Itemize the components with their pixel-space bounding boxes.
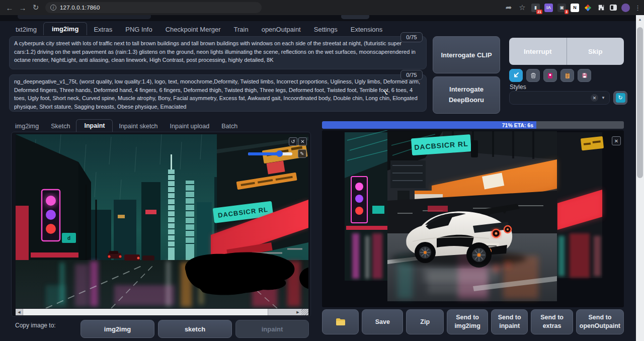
undo-brush-icon[interactable]: ↺ xyxy=(289,137,297,146)
extra-networks-button[interactable] xyxy=(543,69,557,82)
close-preview-icon[interactable]: ✕ xyxy=(612,136,621,145)
interrupt-button[interactable]: Interrupt xyxy=(509,38,567,65)
prompt-input[interactable]: A cyberpunk city street with lots of tra… xyxy=(9,36,427,69)
inpaint-canvas-panel: DACBSICR RL d xyxy=(11,132,311,317)
clear-styles-icon[interactable]: ✕ xyxy=(591,94,598,102)
copy-to-inpaint-button: inpaint xyxy=(235,320,309,338)
extension-icon-2[interactable]: ▣3 xyxy=(557,4,566,12)
scroll-right-icon[interactable]: ▶ xyxy=(294,309,301,315)
copy-to-img2img-button[interactable]: img2img xyxy=(80,320,154,338)
tab-openoutpaint[interactable]: openOutpaint xyxy=(255,24,307,35)
tab-settings[interactable]: Settings xyxy=(307,24,344,35)
tab-extensions[interactable]: Extensions xyxy=(344,24,389,35)
prompt-tool-row xyxy=(509,69,591,82)
page-vertical-scrollbar[interactable]: ▲ xyxy=(636,15,644,341)
forward-icon[interactable]: → xyxy=(16,4,29,12)
refresh-icon: ↻ xyxy=(616,93,625,103)
site-info-icon[interactable]: i xyxy=(50,5,56,11)
send-to-inpaint-button[interactable]: Send to inpaint xyxy=(491,309,528,334)
resize-grip[interactable] xyxy=(301,309,308,315)
reload-icon[interactable]: ↻ xyxy=(29,3,42,12)
img2img-mode-tabs: img2img Sketch Inpaint Inpaint sketch In… xyxy=(9,119,244,132)
clipboard-icon xyxy=(565,72,571,79)
vertical-scrollbar-thumb[interactable] xyxy=(637,27,643,178)
text-cursor: ⌥ xyxy=(383,88,388,98)
subtab-sketch[interactable]: Sketch xyxy=(45,121,76,132)
scrollbar-thumb[interactable] xyxy=(23,309,268,315)
browser-menu-icon[interactable]: ⋮ xyxy=(634,4,641,12)
send-to-extras-button[interactable]: Send to extras xyxy=(531,309,573,334)
clear-image-icon[interactable]: ✕ xyxy=(298,137,307,146)
brush-color-icon[interactable]: ✎ xyxy=(298,149,306,158)
live-preview-image[interactable]: DACBSICR RL xyxy=(322,130,624,307)
tab-png-info[interactable]: PNG Info xyxy=(119,24,158,35)
card-icon xyxy=(547,72,553,79)
tab-txt2img[interactable]: txt2img xyxy=(9,24,43,35)
generation-progress-bar: 71% ETA: 6s xyxy=(322,121,624,129)
refresh-styles-button[interactable]: ↻ xyxy=(613,91,627,105)
subtab-inpaint-sketch[interactable]: Inpaint sketch xyxy=(113,121,164,132)
interrogate-deepbooru-button[interactable]: Interrogate DeepBooru xyxy=(433,76,500,114)
styles-label: Styles xyxy=(510,83,526,91)
subtab-inpaint[interactable]: Inpaint xyxy=(76,119,113,132)
clear-prompt-button[interactable] xyxy=(526,69,540,82)
folder-icon xyxy=(336,318,346,326)
chevron-down-icon[interactable]: ▼ xyxy=(601,96,605,100)
tab-img2img[interactable]: img2img xyxy=(43,22,87,35)
progress-label: 71% ETA: 6s xyxy=(502,122,533,128)
subtab-inpaint-upload[interactable]: Inpaint upload xyxy=(164,121,216,132)
canvas-horizontal-scrollbar[interactable]: ◀ ▶ xyxy=(16,309,308,315)
scroll-up-icon[interactable]: ▲ xyxy=(636,15,644,23)
notion-icon[interactable]: N xyxy=(571,4,579,12)
save-style-button[interactable] xyxy=(578,69,591,82)
inpaint-canvas-image[interactable]: DACBSICR RL d xyxy=(16,134,308,308)
save-button[interactable]: Save xyxy=(362,309,403,334)
output-preview-panel: DACBSICR RL xyxy=(322,130,624,307)
copy-image-label: Copy image to: xyxy=(15,322,56,329)
profile-avatar[interactable] xyxy=(621,4,630,12)
back-icon[interactable]: ← xyxy=(3,4,16,12)
skip-button[interactable]: Skip xyxy=(567,38,624,65)
open-folder-button[interactable] xyxy=(322,309,359,334)
browser-actions: ➦ ☆ ▮21 IA ▣3 N ⋮ xyxy=(504,0,641,15)
browser-toolbar: ← → ↻ i 127.0.0.1:7860 ➦ ☆ ▮21 IA ▣3 N ⋮ xyxy=(0,0,644,15)
styles-dropdown[interactable]: ✕ ▼ xyxy=(509,91,610,105)
tab-checkpoint-merger[interactable]: Checkpoint Merger xyxy=(159,24,227,35)
apply-style-button[interactable] xyxy=(560,69,574,82)
interrogate-clip-button[interactable]: Interrogate CLIP xyxy=(433,36,500,73)
subtab-batch[interactable]: Batch xyxy=(215,121,244,132)
extension-icon-1[interactable]: ▮21 xyxy=(531,4,540,12)
url-text: 127.0.0.1:7860 xyxy=(60,5,100,11)
main-tab-bar: txt2img img2img Extras PNG Info Checkpoi… xyxy=(9,22,389,35)
bookmark-star-icon[interactable]: ☆ xyxy=(518,3,527,12)
extension-ia-icon[interactable]: IA xyxy=(544,4,553,12)
negative-prompt-input[interactable]: ng_deepnegative_v1_75t, (worst quality, … xyxy=(9,74,427,112)
tab-extras[interactable]: Extras xyxy=(87,24,119,35)
send-to-openoutpaint-button[interactable]: Send to openOutpaint xyxy=(576,309,624,334)
arrow-down-left-icon xyxy=(513,72,519,78)
negative-token-counter: 0/75 xyxy=(400,70,423,80)
brush-size-fill xyxy=(248,152,278,155)
send-to-img2img-button[interactable]: Send to img2img xyxy=(447,309,488,334)
paste-params-button[interactable] xyxy=(509,69,523,82)
url-bar[interactable]: i 127.0.0.1:7860 xyxy=(45,2,262,13)
scroll-left-icon[interactable]: ◀ xyxy=(16,309,23,315)
sidebar-panel-icon[interactable] xyxy=(610,5,617,11)
prompt-token-counter: 0/75 xyxy=(400,32,423,42)
share-icon[interactable]: ➦ xyxy=(504,3,513,12)
diamond-extension-icon[interactable] xyxy=(584,4,592,12)
extensions-puzzle-icon[interactable] xyxy=(597,4,605,12)
floppy-disk-icon xyxy=(582,72,588,78)
zip-button[interactable]: Zip xyxy=(406,309,444,334)
generation-controls: Interrupt Skip xyxy=(509,38,624,65)
subtab-img2img[interactable]: img2img xyxy=(9,121,45,132)
progress-fill: 71% ETA: 6s xyxy=(322,121,536,129)
trash-icon xyxy=(530,72,536,78)
brush-size-slider[interactable] xyxy=(248,152,292,155)
page-top-strip xyxy=(0,15,644,21)
tab-train[interactable]: Train xyxy=(227,24,255,35)
copy-to-sketch-button[interactable]: sketch xyxy=(158,320,232,338)
webui-screen: ← → ↻ i 127.0.0.1:7860 ➦ ☆ ▮21 IA ▣3 N ⋮ xyxy=(0,0,644,341)
result-actions: Save Zip Send to img2img Send to inpaint… xyxy=(322,309,624,334)
